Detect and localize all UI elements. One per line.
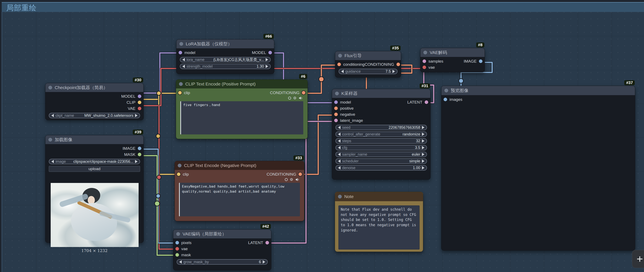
latent-port-dot[interactable] [422, 59, 426, 63]
input-port-model[interactable]: model [180, 50, 196, 55]
increment-arrow-icon[interactable] [422, 126, 424, 129]
widget-strength-model[interactable]: strength_model 1.30 [180, 64, 271, 69]
output-port-vae[interactable]: VAE [128, 106, 140, 111]
increment-arrow-icon[interactable] [422, 153, 424, 156]
widget-seed[interactable]: seed 220678567663058 [336, 125, 427, 130]
mask-port-dot[interactable] [137, 152, 142, 157]
input-port-conditioning[interactable]: conditioning [338, 62, 364, 67]
increment-arrow-icon[interactable] [422, 133, 424, 136]
conditioning-port-dot[interactable] [298, 172, 302, 176]
collapse-dot-icon[interactable] [335, 92, 339, 95]
node-flux-guidance[interactable]: #35 Flux引导 conditioning CONDITIONING gui… [335, 51, 401, 77]
increment-arrow-icon[interactable] [135, 114, 138, 117]
output-port-latent[interactable]: LATENT [248, 241, 268, 245]
image-port-dot[interactable] [137, 146, 142, 151]
input-port-samples[interactable]: samples [423, 59, 443, 64]
node-lora-loader[interactable]: #66 LoRA加载器（仅模型） model MODEL lora_name (… [176, 39, 274, 74]
node-ksampler[interactable]: #31 K采样器 model LATENT positive negative … [332, 89, 430, 180]
node-header[interactable]: K采样器 [332, 89, 430, 98]
decrement-arrow-icon[interactable] [338, 153, 340, 156]
input-port-vae[interactable]: vae [423, 65, 435, 70]
widget-grow-mask-by[interactable]: grow_mask_by 6 [177, 259, 268, 265]
note-textarea[interactable]: Note that Flux dev and schnell do not ha… [338, 205, 420, 250]
latent-port-dot[interactable] [334, 118, 338, 123]
node-header[interactable]: VAE编码（局部重绘） [173, 230, 271, 238]
widget-lora-name[interactable]: lora_name (LIb首发)CG古风大场景类_v... [180, 57, 271, 62]
node-load-image[interactable]: #39 加载图像 IMAGE MASK image clipspace/clip… [45, 135, 144, 243]
increment-arrow-icon[interactable] [263, 260, 265, 264]
input-port-images[interactable]: images [444, 97, 462, 102]
decrement-arrow-icon[interactable] [51, 160, 54, 163]
decrement-arrow-icon[interactable] [182, 58, 185, 61]
vae-port-dot[interactable] [422, 65, 426, 69]
node-clip-negative[interactable]: #33 CLIP Text Encode (Negative Prompt) c… [174, 161, 304, 221]
add-button[interactable]: + [632, 250, 644, 268]
widget-scheduler[interactable]: scheduler simple [336, 158, 427, 164]
collapse-dot-icon[interactable] [338, 54, 342, 57]
input-port-model[interactable]: model [335, 100, 351, 105]
upload-button[interactable]: upload [49, 166, 140, 172]
node-header[interactable]: CLIP Text Encode (Positive Prompt) [176, 80, 308, 88]
widget-sampler-name[interactable]: sampler_name euler [336, 152, 427, 157]
latent-port-dot[interactable] [424, 100, 429, 104]
input-port-latent-image[interactable]: latent_image [335, 118, 363, 123]
node-header[interactable]: Flux引导 [335, 51, 401, 60]
vae-port-dot[interactable] [175, 247, 180, 251]
clip-port-dot[interactable] [176, 172, 181, 176]
collapse-dot-icon[interactable] [423, 51, 427, 54]
reroute-dot[interactable] [459, 79, 463, 83]
widget-guidance[interactable]: guidance 7.5 [338, 69, 398, 74]
output-port-clip[interactable]: CLIP [126, 100, 140, 105]
image-port-dot[interactable] [175, 241, 180, 245]
output-port-latent[interactable]: LATENT [408, 100, 427, 105]
conditioning-port-dot[interactable] [396, 62, 400, 67]
node-vae-encode-inpaint[interactable]: #42 VAE编码（局部重绘） pixels LATENT vae mask g… [173, 229, 271, 270]
widget-ckpt-name[interactable]: ckpt_name MW_shuimo_2.0.safetensors [49, 113, 140, 118]
mask-port-dot[interactable] [175, 253, 180, 257]
output-port-conditioning[interactable]: CONDITIONING [267, 172, 301, 177]
latent-port-dot[interactable] [265, 241, 270, 245]
model-port-dot[interactable] [178, 50, 182, 55]
widget-cfg[interactable]: cfg 3.5 [336, 145, 427, 150]
collapse-dot-icon[interactable] [338, 195, 342, 199]
increment-arrow-icon[interactable] [266, 65, 268, 68]
conditioning-port-dot[interactable] [337, 62, 341, 67]
speaker-icon[interactable] [299, 96, 302, 100]
clip-port-dot[interactable] [178, 90, 182, 95]
output-port-conditioning[interactable]: CONDITIONING [270, 90, 304, 95]
gear-icon[interactable]: ⚙ [293, 96, 296, 100]
decrement-arrow-icon[interactable] [338, 166, 340, 170]
output-port-conditioning[interactable]: CONDITIONING [364, 62, 399, 67]
node-preview-image[interactable]: #37 预览图像 images [441, 86, 635, 251]
model-port-dot[interactable] [334, 100, 338, 104]
decrement-arrow-icon[interactable] [338, 139, 340, 143]
input-port-vae[interactable]: vae [176, 247, 188, 251]
speaker-icon[interactable] [295, 178, 299, 182]
decrement-arrow-icon[interactable] [338, 133, 340, 136]
model-port-dot[interactable] [268, 50, 272, 55]
group-header[interactable]: 局部重绘 [2, 2, 644, 12]
conditioning-port-dot[interactable] [334, 106, 338, 110]
input-port-clip[interactable]: clip [179, 90, 190, 95]
collapse-dot-icon[interactable] [180, 42, 183, 46]
node-note[interactable]: Note Note that Flux dev and schnell do n… [335, 192, 423, 252]
negative-prompt-textarea[interactable]: EasyNegative,bad hands,bad feet,worst qu… [179, 183, 300, 216]
vae-port-dot[interactable] [137, 106, 142, 111]
increment-arrow-icon[interactable] [422, 166, 424, 170]
collapse-dot-icon[interactable] [178, 164, 182, 167]
decrement-arrow-icon[interactable] [338, 159, 340, 163]
widget-denoise[interactable]: denoise 1.00 [336, 165, 427, 171]
decrement-arrow-icon[interactable] [51, 114, 54, 117]
increment-arrow-icon[interactable] [422, 159, 424, 163]
decrement-arrow-icon[interactable] [179, 260, 182, 264]
model-port-dot[interactable] [137, 94, 142, 98]
decrement-arrow-icon[interactable] [338, 146, 340, 149]
reroute-dot[interactable] [156, 134, 160, 138]
reroute-dot[interactable] [157, 91, 161, 95]
reroute-dot[interactable] [319, 77, 324, 82]
reroute-dot[interactable] [154, 201, 160, 206]
widget-control-after-generate[interactable]: control_after_generate randomize [336, 131, 427, 137]
increment-arrow-icon[interactable] [392, 70, 395, 73]
collapse-dot-icon[interactable] [176, 232, 180, 236]
clip-port-dot[interactable] [137, 100, 142, 105]
